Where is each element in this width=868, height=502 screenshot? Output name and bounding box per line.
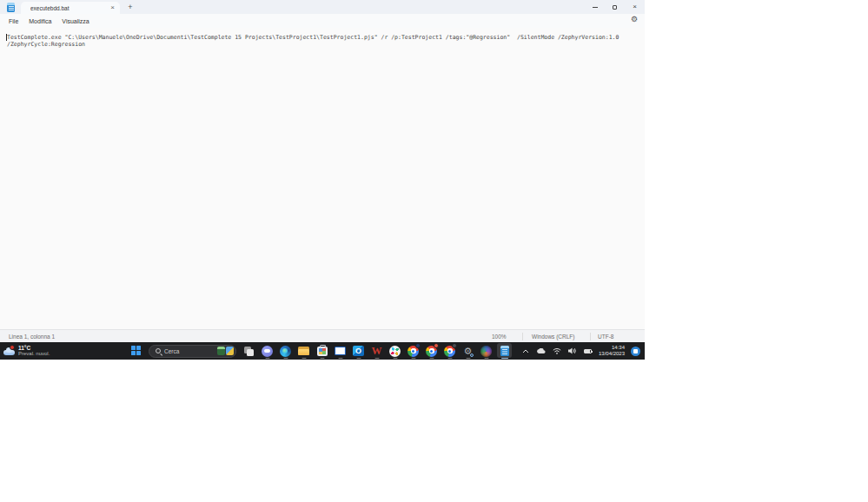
minimize-button[interactable] (585, 0, 605, 14)
chrome-profile-badge (452, 343, 457, 348)
microsoft-store-icon (317, 347, 328, 356)
search-highlight-thumb-1[interactable] (217, 347, 225, 355)
chrome-profile-3-button[interactable] (441, 342, 459, 360)
start-button[interactable] (131, 346, 142, 356)
notepad-taskbar-button[interactable] (495, 342, 514, 360)
maximize-button[interactable] (605, 0, 625, 14)
tray-date: 13/04/2023 (599, 351, 625, 357)
task-view-icon (244, 347, 254, 356)
file-explorer-button[interactable] (295, 342, 313, 360)
chrome-profile-1-button[interactable] (404, 342, 422, 360)
menu-view[interactable]: Visualizza (56, 18, 94, 24)
menu-file[interactable]: File (3, 18, 23, 24)
testcomplete-icon (480, 346, 492, 357)
search-placeholder: Cerca (164, 348, 216, 354)
slack-button[interactable] (386, 342, 404, 360)
gear-search-icon: ⚙ (464, 346, 473, 357)
tab-close-icon[interactable]: × (110, 4, 115, 11)
desktop-screenshot: executebdd.bat × + × File Modifica Visua… (0, 0, 645, 360)
maximize-icon (613, 5, 617, 10)
testcomplete-button[interactable] (477, 342, 495, 360)
file-explorer-icon (298, 347, 309, 355)
menu-edit[interactable]: Modifica (23, 18, 56, 24)
chrome-profile-2-button[interactable] (422, 342, 441, 360)
microsoft-store-button[interactable] (313, 342, 331, 360)
line-ending-status[interactable]: Windows (CRLF) (532, 334, 574, 340)
outlook-button[interactable]: O (349, 342, 368, 360)
battery-icon[interactable] (584, 349, 592, 353)
slack-icon (389, 346, 401, 357)
weather-widget[interactable]: 11°C Preval. nuvol. (3, 343, 50, 359)
tab-title: executebdd.bat (30, 5, 107, 11)
volume-icon[interactable] (568, 347, 577, 354)
w-app-button[interactable]: W (368, 342, 386, 360)
edge-button[interactable] (276, 342, 295, 360)
gear-search-tool-button[interactable]: ⚙ (459, 342, 477, 360)
w-app-icon: W (372, 346, 382, 357)
close-button[interactable]: × (625, 0, 645, 14)
notepad-menubar: File Modifica Visualizza ⚙ (0, 14, 645, 28)
outlook-icon: O (353, 346, 364, 356)
weather-temperature: 11°C (18, 345, 50, 351)
windows-logo-icon (131, 346, 136, 350)
mail-button[interactable] (331, 342, 349, 360)
notepad-app-icon (7, 3, 15, 12)
window-controls: × (585, 0, 645, 14)
zoom-level-status[interactable]: 100% (492, 334, 507, 340)
encoding-status[interactable]: UTF-8 (598, 334, 613, 340)
search-icon (156, 348, 161, 353)
edge-icon (280, 346, 291, 357)
system-tray: 14:34 13/04/2023 (519, 342, 645, 360)
windows-taskbar: 11°C Preval. nuvol. Cerca (0, 342, 645, 360)
editor-area[interactable]: TestComplete.exe "C:\Users\Manuele\OneDr… (0, 28, 645, 329)
chrome-profile-badge (415, 343, 421, 348)
close-icon: × (633, 3, 637, 10)
search-box[interactable]: Cerca (149, 345, 236, 358)
new-tab-button[interactable]: + (125, 3, 136, 13)
search-highlight-thumb-2[interactable] (226, 347, 234, 355)
notification-center-icon[interactable] (631, 347, 640, 356)
status-divider (590, 333, 591, 340)
weather-condition: Preval. nuvol. (18, 351, 50, 357)
teams-chat-icon (262, 346, 273, 357)
notepad-icon (500, 346, 509, 356)
taskbar-app-icons: O W ⚙ (240, 342, 514, 360)
tray-chevron-up-icon[interactable] (522, 349, 529, 353)
tab-executebdd[interactable]: executebdd.bat × (21, 2, 120, 14)
notepad-titlebar: executebdd.bat × + × (0, 0, 645, 14)
wifi-icon[interactable] (553, 347, 561, 354)
notepad-statusbar: Linea 1, colonna 1 100% Windows (CRLF) U… (0, 329, 645, 342)
weather-cloud-icon (3, 347, 15, 355)
clock-widget[interactable]: 14:34 13/04/2023 (599, 345, 625, 357)
weather-alert-badge (10, 345, 15, 350)
text-caret (6, 34, 7, 41)
tray-time: 14:34 (599, 345, 625, 351)
chrome-profile-badge (434, 343, 439, 348)
mail-icon (335, 347, 346, 355)
settings-gear-icon[interactable]: ⚙ (631, 15, 638, 23)
status-divider (522, 333, 523, 340)
editor-line-2: /ZephyrCycle:Regression (7, 42, 638, 49)
task-view-button[interactable] (240, 342, 258, 360)
minimize-icon (593, 7, 598, 8)
cursor-position-status: Linea 1, colonna 1 (9, 334, 55, 340)
editor-line-1: TestComplete.exe "C:\Users\Manuele\OneDr… (7, 35, 638, 42)
onedrive-cloud-icon[interactable] (536, 348, 546, 354)
teams-chat-button[interactable] (258, 342, 276, 360)
